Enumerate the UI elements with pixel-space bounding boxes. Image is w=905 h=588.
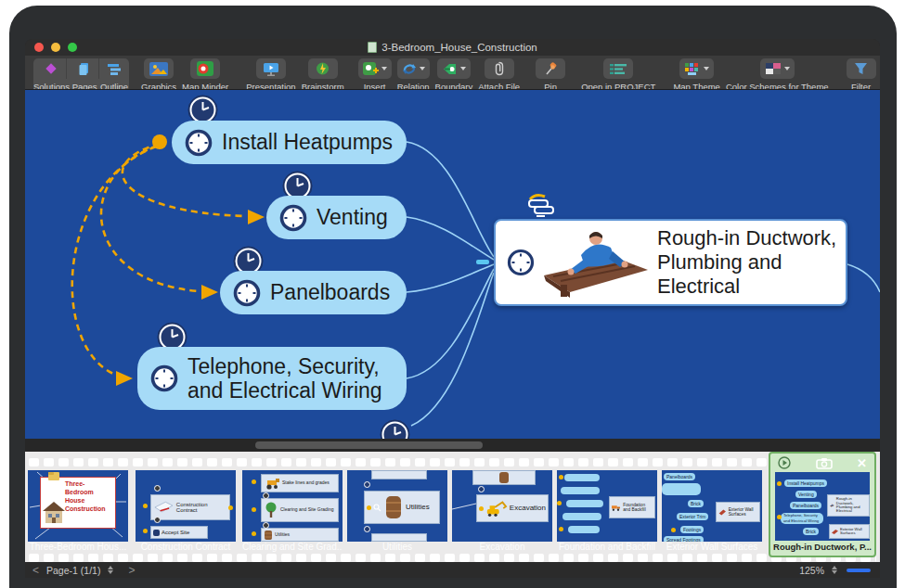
open-in-project-icon [609, 62, 627, 76]
barrel-illustration [383, 495, 404, 519]
presentation-icon [263, 62, 279, 76]
outline-icon [106, 61, 123, 76]
pages-button[interactable]: Pages [70, 58, 99, 90]
chevron-down-icon [381, 67, 387, 70]
map-minder-button[interactable]: Map Minder [182, 58, 228, 90]
page-thumbnail[interactable]: Construction Contract Accept Site [136, 470, 236, 542]
selected-thumbnail-map: Install Heatpumps Venting Panelboards Te… [775, 472, 870, 541]
map-minder-icon [197, 61, 213, 76]
magnifier-icon [373, 504, 381, 512]
clock-icon [150, 364, 178, 392]
topic-install-heatpumps[interactable]: Install Heatpumps [172, 121, 407, 164]
page-background: 3-Bedroom_House_Construction Solutions P… [0, 0, 905, 588]
attach-file-button[interactable]: Attach File [478, 58, 520, 90]
topic-telephone-security-wiring[interactable]: Telephone, Security, and Electrical Wiri… [137, 347, 407, 410]
thumbnail-label: Utilities [347, 542, 447, 552]
chevron-down-icon [784, 67, 790, 70]
page-indicator: Page-1 (1/1) [46, 565, 100, 576]
color-schemes-button[interactable]: Color Schemes for Theme [726, 58, 829, 90]
page-filmstrip: Three- Bedroom House Construction Three-… [25, 452, 880, 562]
selected-page-thumbnail[interactable]: ✕ Install Heatpumps Venting Panelboards … [769, 452, 876, 557]
title-card: Three- Bedroom House Construction [40, 477, 116, 529]
topic-panelboards[interactable]: Panelboards [220, 271, 407, 314]
thumb-line [452, 498, 476, 511]
page-stepper[interactable] [108, 566, 113, 574]
zoom-stepper[interactable] [832, 566, 837, 574]
folder-icon [48, 472, 59, 480]
page-thumbnail[interactable]: Three- Bedroom House Construction [28, 470, 128, 542]
collapse-toggle[interactable] [476, 260, 489, 264]
brainstorm-button[interactable]: Brainstorm [302, 58, 344, 90]
zoom-level: 125% [799, 565, 824, 576]
paperclip-icon [494, 61, 505, 76]
wall-illustration [832, 528, 838, 536]
chevron-down-icon [460, 67, 466, 70]
worker-illustration [830, 501, 834, 510]
worker-illustration [540, 227, 650, 298]
tree-illustration [264, 502, 278, 518]
window-title: 3-Bedroom_House_Construction [25, 42, 880, 53]
barrel-illustration [498, 472, 511, 483]
canvas-horizontal-scrollbar[interactable] [25, 439, 880, 452]
zoom-slider[interactable] [847, 569, 871, 572]
wall-illustration [718, 507, 727, 518]
main-topic-rough-in-ductwork[interactable]: Rough-in Ductwork, Plumbing and Electric… [494, 219, 847, 306]
solutions-icon [44, 61, 58, 76]
graphics-button[interactable]: Graphics [141, 58, 176, 90]
close-icon[interactable]: ✕ [857, 457, 867, 469]
previous-page-button[interactable]: < [32, 565, 39, 576]
multiple-pages-badge-icon [523, 192, 558, 218]
monitor-frame: 3-Bedroom_House_Construction Solutions P… [9, 6, 897, 588]
clock-icon [279, 204, 307, 232]
clock-icon [507, 249, 535, 276]
arrowhead-icon [201, 285, 218, 300]
filter-button[interactable]: Filter [847, 58, 876, 90]
solutions-button[interactable]: Solutions [33, 58, 70, 90]
graphics-icon [149, 62, 168, 76]
main-toolbar: Solutions Pages Outline Graphics Map Min… [25, 56, 880, 90]
relation-button[interactable]: Relation [397, 58, 430, 90]
map-theme-icon [684, 62, 701, 76]
mindmap-canvas[interactable]: Install Heatpumps Venting Panelboards Te… [25, 90, 880, 439]
film-perforations [29, 458, 876, 467]
thumbnail-label: Rough-in Ductwork, P... [770, 542, 874, 552]
page-thumbnail[interactable]: Foundation and Backfill [557, 470, 657, 542]
page-thumbnail[interactable]: Utilities [347, 470, 447, 542]
next-page-button[interactable]: > [128, 565, 135, 576]
insert-button[interactable]: Insert [358, 58, 392, 90]
brainstorm-icon [315, 61, 330, 76]
chevron-down-icon [420, 67, 425, 70]
scrollbar-thumb[interactable] [255, 441, 483, 449]
thumbnail-actions: ✕ [770, 454, 874, 472]
boundary-icon [442, 62, 458, 76]
open-in-project-button[interactable]: Open in PROJECT [581, 58, 655, 90]
page-thumbnail[interactable]: Panelboards Brick Exterior Trim Footings… [662, 470, 762, 542]
app-window: 3-Bedroom_House_Construction Solutions P… [25, 39, 880, 578]
thumbnail-label: Excavation [452, 542, 552, 552]
filter-icon [854, 62, 868, 75]
boundary-button[interactable]: Boundary [435, 58, 473, 90]
toolbar-group-left: Solutions Pages Outline [33, 58, 129, 90]
presentation-button[interactable]: Presentation [246, 58, 295, 90]
film-perforations [29, 554, 876, 562]
contract-illustration [153, 500, 175, 515]
camera-icon[interactable] [816, 457, 833, 469]
arrowhead-icon [116, 371, 133, 386]
page-thumbnail[interactable]: Excavation [452, 470, 552, 542]
thumbnail-label: Construction Contract [136, 542, 236, 552]
outline-button[interactable]: Outline [99, 58, 129, 90]
thumbnail-label: Clearing and Site Grad... [242, 542, 343, 552]
clock-icon [233, 279, 261, 307]
pin-button[interactable]: Pin [536, 58, 565, 90]
page-thumbnail[interactable]: Stake lines and grades Clearing and Site… [242, 470, 343, 542]
thumbs-up-icon [153, 530, 160, 536]
topic-venting[interactable]: Venting [266, 196, 407, 239]
main-topic-text: Rough-in Ductwork, Plumbing and Electric… [657, 226, 836, 299]
play-icon[interactable] [778, 456, 791, 469]
pin-icon [544, 62, 558, 76]
clock-badge-icon [380, 419, 410, 439]
relation-origin-dot [152, 134, 167, 149]
tractor-illustration [264, 478, 280, 490]
pages-icon [77, 61, 92, 76]
map-theme-button[interactable]: Map Theme [673, 58, 720, 90]
